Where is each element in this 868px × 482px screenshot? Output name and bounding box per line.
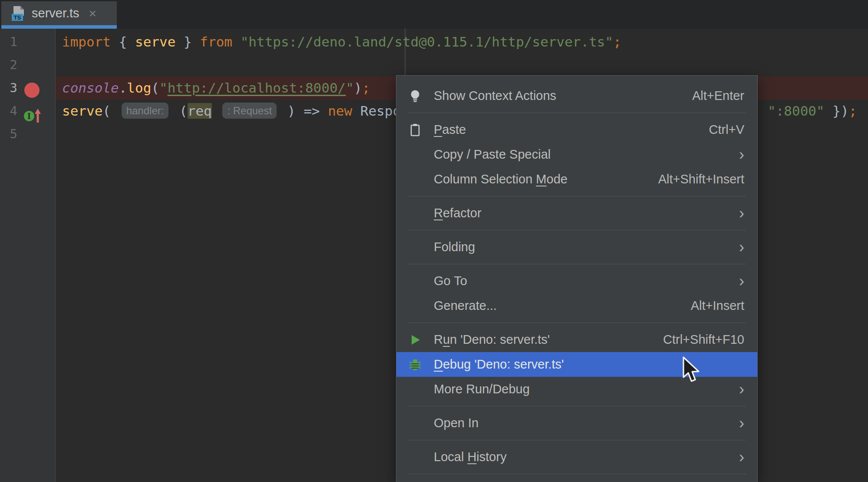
line-number[interactable]: 3 (0, 76, 17, 100)
menu-item-label: Generate... (434, 299, 497, 313)
menu-item-label: Go To (434, 274, 467, 288)
submenu-arrow-icon: › (739, 206, 744, 221)
menu-item-label: Paste (434, 123, 466, 137)
submenu-arrow-icon: › (739, 449, 744, 465)
menu-item-label: Show Context Actions (434, 89, 556, 103)
icon-placeholder (408, 299, 422, 313)
line-number[interactable]: 2 (0, 53, 17, 76)
debug-icon (408, 357, 422, 372)
mouse-cursor (682, 356, 702, 383)
code-token: ; (362, 80, 370, 96)
code-token: ; (849, 103, 857, 119)
icon-placeholder (408, 172, 422, 187)
menu-item-more-run-debug[interactable]: More Run/Debug› (396, 377, 757, 402)
line-number[interactable]: 5 (0, 123, 17, 146)
menu-item-label: Folding (434, 240, 475, 254)
code-token: "https://deno.land/std@0.115.1/http/serv… (241, 34, 614, 50)
menu-separator (408, 322, 746, 323)
code-token: } (175, 34, 200, 50)
menu-item-shortcut: Ctrl+V (709, 123, 744, 137)
icon-placeholder (408, 240, 422, 255)
submenu-arrow-icon: › (739, 147, 744, 163)
menu-item-label: Debug 'Deno: server.ts' (434, 357, 564, 372)
submenu-arrow-icon: › (739, 273, 744, 289)
code-line-2: 2 (0, 53, 868, 76)
menu-item-label: Copy / Paste Special (434, 147, 551, 162)
menu-item-label: Local History (434, 450, 507, 464)
submenu-arrow-icon: › (739, 239, 744, 255)
code-token: console (62, 80, 119, 96)
menu-item-paste[interactable]: PasteCtrl+V (396, 117, 757, 142)
code-token: log (127, 80, 151, 96)
menu-item-label: Column Selection Mode (434, 172, 568, 186)
menu-item-label: Open In (434, 416, 479, 430)
code-token: ":8000" (768, 103, 825, 119)
bulb-icon (408, 89, 422, 103)
menu-item-go-to[interactable]: Go To› (396, 269, 757, 293)
active-tab-indicator (1, 25, 117, 29)
menu-item-refactor[interactable]: Refactor› (396, 201, 757, 226)
run-icon (408, 332, 422, 347)
code-line-1: 1import { serve } from "https://deno.lan… (0, 30, 868, 53)
hyperlink-string[interactable]: http://localhost:8000/ (168, 80, 346, 96)
code-token: " (346, 80, 354, 96)
code-token: { (119, 34, 135, 50)
menu-separator (408, 264, 746, 264)
menu-item-folding[interactable]: Folding› (396, 235, 757, 259)
menu-item-generate[interactable]: Generate...Alt+Insert (396, 293, 757, 318)
icon-placeholder (408, 382, 422, 397)
code-token: serve (135, 34, 175, 50)
typescript-file-icon: TS (11, 5, 26, 22)
ide-window: TS server.ts × I 1import { serve } from … (0, 0, 868, 482)
menu-separator (408, 230, 746, 230)
code-token: import (62, 34, 119, 50)
icon-placeholder (408, 450, 422, 465)
icon-placeholder (408, 147, 422, 162)
submenu-arrow-icon: › (739, 416, 744, 431)
submenu-arrow-icon: › (739, 382, 744, 397)
menu-item-debug-deno-server-ts[interactable]: Debug 'Deno: server.ts' (396, 352, 757, 377)
menu-item-label: Run 'Deno: server.ts' (434, 332, 550, 347)
code-token: " (159, 80, 168, 96)
menu-separator (408, 406, 746, 406)
menu-item-run-deno-server-ts[interactable]: Run 'Deno: server.ts'Ctrl+Shift+F10 (396, 327, 757, 352)
code-token: . (119, 80, 127, 96)
tab-server-ts[interactable]: TS server.ts × (1, 1, 117, 29)
menu-item-local-history[interactable]: Local History› (396, 445, 757, 469)
line-number[interactable]: 1 (0, 30, 17, 53)
menu-separator (408, 440, 746, 440)
menu-separator (408, 113, 746, 113)
menu-separator (408, 196, 746, 196)
menu-item-shortcut: Alt+Shift+Insert (658, 172, 744, 186)
menu-item-label: Refactor (434, 206, 482, 220)
menu-item-shortcut: Alt+Enter (692, 89, 744, 103)
tab-title: server.ts (32, 6, 79, 20)
svg-text:TS: TS (14, 14, 21, 21)
menu-item-shortcut: Alt+Insert (691, 299, 744, 313)
menu-separator (408, 474, 746, 474)
code-token: ( (151, 80, 159, 96)
icon-placeholder (408, 274, 422, 289)
menu-item-show-context-actions[interactable]: Show Context ActionsAlt+Enter (396, 83, 757, 108)
menu-item-column-selection-mode[interactable]: Column Selection ModeAlt+Shift+Insert (396, 167, 757, 192)
menu-item-label: More Run/Debug (434, 382, 530, 396)
code-token: ; (613, 34, 621, 50)
icon-placeholder (408, 206, 422, 221)
editor-context-menu: Show Context ActionsAlt+EnterPasteCtrl+V… (396, 75, 758, 482)
menu-item-open-in[interactable]: Open In› (396, 411, 757, 435)
code-token: from (200, 34, 240, 50)
tab-close-icon[interactable]: × (89, 6, 97, 21)
icon-placeholder (408, 416, 422, 431)
editor-tab-bar: TS server.ts × (0, 0, 868, 29)
code-token: ) (354, 80, 362, 96)
menu-item-shortcut: Ctrl+Shift+F10 (663, 332, 744, 347)
clipboard-icon (408, 123, 422, 137)
code-token: }) (825, 103, 849, 119)
menu-item-copy-paste-special[interactable]: Copy / Paste Special› (396, 142, 757, 167)
